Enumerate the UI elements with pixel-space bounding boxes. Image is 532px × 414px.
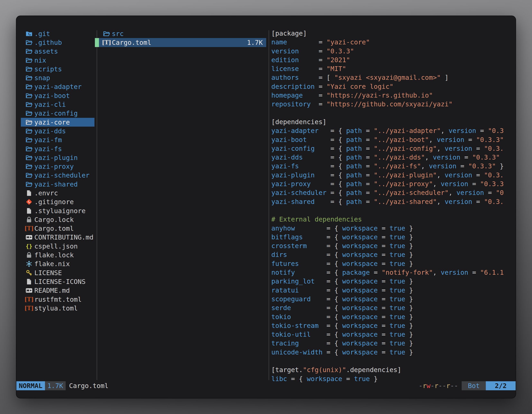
folder-open-icon: [26, 172, 32, 179]
file-row-license[interactable]: LICENSE: [21, 268, 95, 277]
file-row--github[interactable]: .github: [21, 38, 95, 47]
file-row-flake-lock[interactable]: flake.lock: [21, 250, 95, 259]
git-diamond-icon: [26, 198, 32, 205]
file-row-rustfmt-toml[interactable]: [T]rustfmt.toml: [21, 295, 95, 304]
folder-open-icon: [26, 163, 32, 170]
folder-open-icon: [26, 154, 32, 161]
file-row--envrc[interactable]: .envrc: [21, 189, 95, 197]
file-label: CONTRIBUTING.md: [34, 233, 94, 241]
preview-line: crossterm = { workspace = true }: [271, 241, 515, 250]
file-row-cargo-toml[interactable]: [T]Cargo.toml: [21, 224, 95, 233]
preview-line: tracing = { workspace = true }: [271, 339, 515, 348]
file-label: .gitignore: [34, 198, 74, 206]
file-label: rustfmt.toml: [34, 296, 82, 303]
file-icon: [26, 207, 32, 214]
file-label: .styluaignore: [34, 207, 86, 215]
file-label: yazi-plugin: [34, 154, 78, 162]
file-row-yazi-plugin[interactable]: yazi-plugin: [21, 153, 95, 162]
markdown-icon: [26, 234, 32, 241]
file-row-yazi-fm[interactable]: yazi-fm: [21, 136, 95, 144]
file-row-cspell-json[interactable]: {}cspell.json: [21, 242, 95, 250]
preview-line: yazi-fs = { path = "../yazi-fs", version…: [271, 162, 515, 171]
lock-icon: [26, 216, 32, 223]
file-label: yazi-cli: [34, 101, 66, 108]
file-row-flake-nix[interactable]: flake.nix: [21, 260, 95, 268]
file-row-yazi-config[interactable]: yazi-config: [21, 109, 95, 118]
file-label: yazi-boot: [34, 92, 70, 100]
preview-line: notify = { package = "notify-fork", vers…: [271, 268, 515, 277]
file-row-yazi-scheduler[interactable]: yazi-scheduler: [21, 171, 95, 180]
file-label: yazi-proxy: [34, 163, 74, 170]
preview-line: bitflags = { workspace = true }: [271, 233, 515, 241]
folder-open-icon: [26, 119, 32, 126]
file-row-yazi-fs[interactable]: yazi-fs: [21, 144, 95, 153]
toml-icon: [T]: [103, 39, 110, 46]
preview-line: tokio-stream = { workspace = true }: [271, 321, 515, 330]
permissions-text: -rw-r--r--: [419, 382, 458, 390]
file-label: .git: [34, 30, 50, 38]
file-label: stylua.toml: [34, 304, 78, 312]
folder-open-icon: [26, 92, 32, 99]
file-row-readme-md[interactable]: README.md: [21, 286, 95, 295]
file-row-yazi-cli[interactable]: yazi-cli: [21, 100, 95, 109]
file-row-yazi-dds[interactable]: yazi-dds: [21, 127, 95, 135]
file-label: yazi-adapter: [34, 83, 82, 91]
preview-line: authors = [ "sxyazi <sxyazi@gmail.com>" …: [271, 73, 515, 82]
file-row-yazi-shared[interactable]: yazi-shared: [21, 180, 95, 189]
file-row-nix[interactable]: nix: [21, 56, 95, 65]
file-row--gitignore[interactable]: .gitignore: [21, 198, 95, 206]
file-row--git[interactable]: .git: [21, 29, 95, 38]
preview-line: serde = { workspace = true }: [271, 304, 515, 312]
file-label: scripts: [34, 65, 62, 73]
file-row-scripts[interactable]: scripts: [21, 65, 95, 73]
mode-badge: NORMAL: [16, 381, 45, 390]
folder-open-icon: [26, 101, 32, 108]
folder-open-icon: [26, 181, 32, 188]
folder-open-icon: [26, 110, 32, 117]
file-row-yazi-proxy[interactable]: yazi-proxy: [21, 162, 95, 171]
folder-open-icon: [26, 75, 32, 81]
folder-git-icon: [26, 30, 32, 37]
folder-open-icon: [26, 48, 32, 55]
file-row-yazi-core[interactable]: yazi-core: [21, 118, 95, 127]
folder-open-icon: [103, 30, 110, 37]
file-label: snap: [34, 74, 50, 82]
current-directory-pane: src[T]Cargo.toml1.7K: [95, 29, 266, 47]
file-row-yazi-boot[interactable]: yazi-boot: [21, 91, 95, 100]
preview-line: [271, 357, 515, 366]
preview-line: tokio = { workspace = true }: [271, 313, 515, 321]
file-row--styluaignore[interactable]: .styluaignore: [21, 206, 95, 215]
file-icon: [26, 278, 32, 285]
file-label: yazi-shared: [34, 180, 78, 188]
file-row-stylua-toml[interactable]: [T]stylua.toml: [21, 304, 95, 313]
file-label: nix: [34, 57, 46, 64]
preview-pane[interactable]: [package]name = "yazi-core"version = "0.…: [271, 29, 515, 383]
file-row-yazi-adapter[interactable]: yazi-adapter: [21, 82, 95, 91]
folder-open-icon: [26, 145, 32, 152]
file-label: cspell.json: [34, 242, 78, 250]
cursor-position-badge: 2/2: [486, 381, 516, 390]
lock-icon: [26, 251, 32, 259]
file-row-src[interactable]: src: [95, 29, 266, 38]
toml-icon: [T]: [26, 296, 32, 303]
preview-line: parking_lot = { workspace = true }: [271, 277, 515, 286]
folder-open-icon: [26, 57, 32, 64]
file-icon: [26, 190, 32, 197]
file-row-contributing-md[interactable]: CONTRIBUTING.md: [21, 233, 95, 242]
preview-line: tokio-util = { workspace = true }: [271, 330, 515, 339]
file-row-assets[interactable]: assets: [21, 47, 95, 56]
file-row-cargo-toml[interactable]: [T]Cargo.toml1.7K: [95, 38, 266, 47]
file-row-license-icons[interactable]: LICENSE-ICONS: [21, 277, 95, 286]
file-row-snap[interactable]: snap: [21, 73, 95, 82]
file-row-cargo-lock[interactable]: Cargo.lock: [21, 215, 95, 224]
file-label: flake.lock: [34, 251, 74, 259]
preview-line: ratatui = { workspace = true }: [271, 286, 515, 295]
preview-line: yazi-shared = { path = "../yazi-shared",…: [271, 197, 515, 206]
file-label: README.md: [34, 287, 70, 294]
file-label: yazi-fs: [34, 145, 62, 153]
preview-line: yazi-proxy = { path = "../yazi-proxy", v…: [271, 180, 515, 188]
file-label: yazi-config: [34, 109, 78, 117]
preview-line: unicode-width = { workspace = true }: [271, 348, 515, 357]
file-label: assets: [34, 48, 58, 55]
toml-icon: [T]: [26, 305, 32, 312]
